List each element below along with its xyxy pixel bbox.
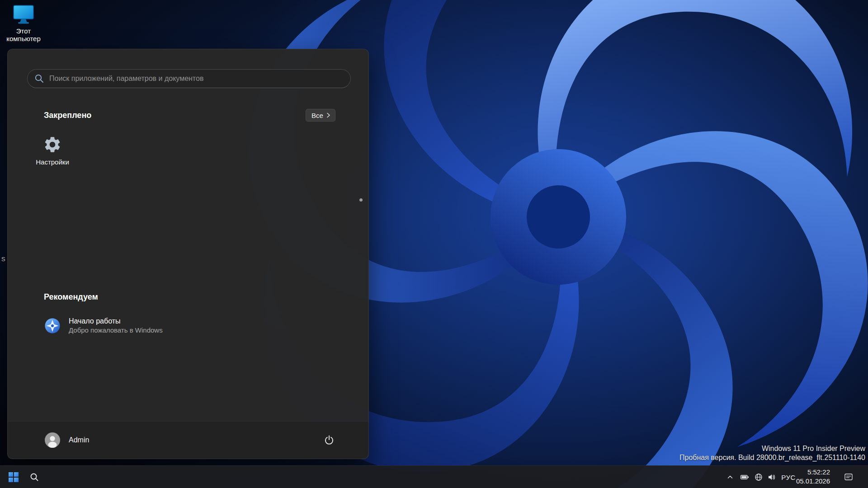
tray-volume-button[interactable]: [765, 471, 778, 483]
windows-logo-icon: [9, 472, 19, 482]
watermark-line2: Пробная версия. Build 28000.br_release_f…: [679, 453, 865, 462]
clock-date: 05.01.2026: [796, 477, 830, 486]
recommended-item-subtitle: Добро пожаловать в Windows: [69, 326, 163, 334]
user-avatar-icon: [45, 432, 60, 448]
search-icon: [34, 74, 44, 83]
user-name: Admin: [69, 436, 89, 444]
recommended-item-title: Начало работы: [69, 316, 163, 326]
speaker-icon: [767, 473, 776, 482]
power-icon: [324, 435, 335, 446]
recommended-header: Рекомендуем: [44, 292, 98, 302]
taskbar-search-button[interactable]: [25, 468, 43, 486]
pinned-header: Закреплено: [44, 110, 91, 120]
notification-center-icon: [844, 472, 854, 482]
taskbar: РУС 5:52:22 05.01.2026: [0, 465, 868, 488]
pinned-app-label: Настройки: [31, 158, 74, 166]
battery-icon: [740, 473, 749, 482]
watermark-line1: Windows 11 Pro Insider Preview: [679, 444, 865, 453]
gear-icon: [43, 135, 62, 154]
tray-network-button[interactable]: [752, 471, 765, 483]
start-search-input[interactable]: [27, 69, 351, 88]
user-account-button[interactable]: Admin: [39, 429, 94, 451]
network-globe-icon: [754, 473, 763, 482]
search-icon: [30, 473, 39, 482]
notification-center-button[interactable]: [842, 471, 855, 483]
get-started-icon: [43, 317, 61, 335]
tray-show-hidden-icons-button[interactable]: [724, 471, 736, 483]
start-button[interactable]: [5, 468, 23, 486]
desktop-icon-partial-label[interactable]: S: [1, 256, 8, 263]
clock-time: 5:52:22: [796, 468, 830, 477]
start-menu: Закреплено Все Настройки Рекомендуем: [7, 49, 369, 459]
start-search-box: [27, 69, 351, 88]
power-button[interactable]: [320, 431, 338, 449]
chevron-up-icon: [726, 474, 734, 481]
taskbar-clock[interactable]: 5:52:22 05.01.2026: [796, 468, 830, 486]
tray-battery-button[interactable]: [738, 471, 751, 483]
desktop-icon-label: Этот компьютер: [4, 27, 43, 42]
all-apps-label: Все: [311, 112, 323, 119]
recommended-item-get-started[interactable]: Начало работы Добро пожаловать в Windows: [35, 313, 225, 338]
desktop-screen: Этот компьютер S Windows 11 Pro Insider …: [0, 0, 868, 488]
all-apps-button[interactable]: Все: [306, 109, 335, 122]
desktop-icon-this-pc[interactable]: Этот компьютер: [4, 5, 43, 42]
start-menu-footer: Admin: [8, 421, 368, 459]
this-pc-icon: [13, 5, 34, 24]
pinned-app-settings[interactable]: Настройки: [31, 135, 74, 166]
pinned-page-indicator-dot[interactable]: [359, 198, 363, 202]
chevron-right-icon: [326, 113, 330, 118]
insider-watermark: Windows 11 Pro Insider Preview Пробная в…: [679, 444, 865, 462]
